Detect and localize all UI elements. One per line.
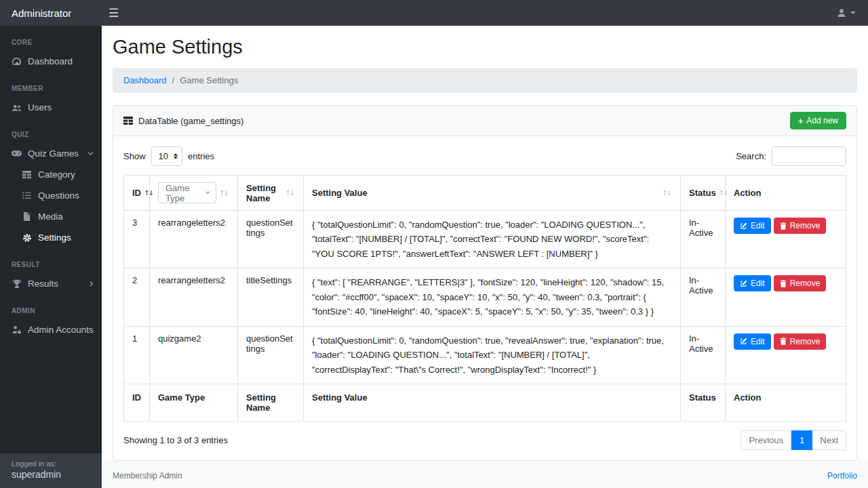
footer-header-action: Action bbox=[726, 384, 846, 421]
entries-summary: Showing 1 to 3 of 3 entries bbox=[123, 435, 228, 445]
previous-page-button[interactable]: Previous bbox=[741, 430, 791, 450]
page-footer: Membership Admin Portfolio bbox=[102, 461, 868, 488]
users-icon bbox=[12, 103, 22, 113]
sort-icon: ↑↓ bbox=[144, 189, 154, 197]
logged-in-as-label: Logged in as: bbox=[12, 460, 90, 468]
select-updown-icon bbox=[174, 153, 178, 159]
sidebar-item-users[interactable]: Users bbox=[0, 97, 102, 118]
app-brand: Administrator bbox=[0, 7, 102, 19]
sidebar-item-label: Media bbox=[38, 211, 63, 222]
sidebar-item-results[interactable]: Results bbox=[0, 273, 102, 294]
table-grid-icon bbox=[123, 117, 133, 125]
pencil-square-icon bbox=[740, 222, 747, 230]
plus-icon: + bbox=[798, 117, 804, 125]
cell-action: Edit Remove bbox=[726, 211, 846, 268]
sidebar-item-questions[interactable]: Questions bbox=[0, 185, 102, 206]
footer-header-id: ID bbox=[124, 384, 150, 421]
column-header-setting-name[interactable]: Setting Name↑↓ bbox=[238, 176, 304, 211]
cell-id: 3 bbox=[124, 211, 150, 268]
search-label: Search: bbox=[736, 151, 766, 161]
pencil-square-icon bbox=[740, 280, 747, 287]
chevron-down-icon bbox=[205, 191, 210, 195]
show-label: Show bbox=[123, 151, 146, 161]
user-icon bbox=[836, 7, 847, 18]
card-title: DataTable (game_settings) bbox=[138, 116, 243, 126]
main-area: Game Settings Dashboard / Game Settings … bbox=[102, 26, 868, 488]
column-header-setting-value[interactable]: Setting Value↑↓ bbox=[304, 176, 681, 211]
sidebar: CORE Dashboard MEMBER Users QUIZ Quiz Ga… bbox=[0, 26, 102, 488]
cell-setting-value: { "totalQuestionLimit": 0, "randomQuesti… bbox=[304, 326, 681, 384]
sidebar-item-label: Settings bbox=[38, 232, 71, 243]
cell-game-type: rearrangeletters2 bbox=[150, 211, 238, 268]
portfolio-link[interactable]: Portfolio bbox=[827, 471, 857, 481]
cell-setting-value: { "text": [ "REARRANGE", "LETTERS|3" ], … bbox=[304, 268, 681, 326]
quiz-games-submenu: Category Questions Media Settings bbox=[0, 164, 102, 248]
sidebar-item-dashboard[interactable]: Dashboard bbox=[0, 51, 102, 72]
footer-header-setting-name: Setting Name bbox=[238, 384, 304, 421]
cell-action: Edit Remove bbox=[726, 268, 846, 326]
cell-setting-name: questionSettings bbox=[238, 211, 304, 268]
page-1-button[interactable]: 1 bbox=[791, 430, 812, 450]
edit-button[interactable]: Edit bbox=[734, 218, 771, 234]
game-type-filter-select[interactable]: Game Type bbox=[158, 182, 216, 203]
edit-button[interactable]: Edit bbox=[734, 333, 771, 350]
remove-button[interactable]: Remove bbox=[774, 218, 827, 234]
page-size-control: Show 10 entries bbox=[123, 146, 214, 166]
sidebar-toggle-icon[interactable]: ☰ bbox=[102, 0, 125, 26]
sidebar-item-label: Category bbox=[38, 169, 75, 180]
cell-action: Edit Remove bbox=[726, 326, 846, 384]
logged-in-username: superadmin bbox=[12, 469, 90, 480]
cell-setting-name: questionSettings bbox=[238, 326, 304, 384]
cell-status: In-Active bbox=[681, 326, 726, 384]
user-lock-icon bbox=[12, 325, 22, 334]
cell-id: 2 bbox=[124, 268, 150, 326]
breadcrumb-link-dashboard[interactable]: Dashboard bbox=[123, 75, 167, 85]
pencil-square-icon bbox=[740, 338, 747, 345]
datatable-card: DataTable (game_settings) + Add new Show… bbox=[113, 105, 857, 461]
sidebar-heading-quiz: QUIZ bbox=[0, 118, 102, 143]
entries-label: entries bbox=[188, 151, 214, 161]
sidebar-item-settings[interactable]: Settings bbox=[0, 227, 102, 248]
sidebar-item-media[interactable]: Media bbox=[0, 206, 102, 227]
list-icon bbox=[22, 192, 32, 199]
sidebar-item-category[interactable]: Category bbox=[0, 164, 102, 185]
table-row: 2 rearrangeletters2 titleSettings { "tex… bbox=[124, 268, 846, 326]
search-control: Search: bbox=[736, 146, 846, 166]
pagination: Previous 1 Next bbox=[741, 430, 846, 450]
table-controls: Show 10 entries Search: bbox=[123, 146, 846, 166]
trash-icon bbox=[780, 222, 787, 230]
sidebar-item-quiz-games[interactable]: Quiz Games bbox=[0, 143, 102, 164]
edit-button[interactable]: Edit bbox=[734, 275, 771, 291]
footer-header-setting-value: Setting Value bbox=[304, 384, 681, 421]
column-header-status[interactable]: Status↑↓ bbox=[681, 176, 726, 211]
remove-button[interactable]: Remove bbox=[774, 275, 827, 291]
file-icon bbox=[22, 212, 32, 221]
cell-game-type: quizgame2 bbox=[150, 326, 238, 384]
search-input[interactable] bbox=[772, 146, 846, 166]
breadcrumb-current: Game Settings bbox=[180, 75, 238, 85]
sidebar-footer: Logged in as: superadmin bbox=[0, 453, 102, 488]
trash-icon bbox=[780, 280, 787, 287]
next-page-button[interactable]: Next bbox=[812, 430, 846, 450]
trash-icon bbox=[780, 338, 787, 345]
column-header-id[interactable]: ID↑↓ bbox=[124, 176, 150, 211]
tachometer-icon bbox=[12, 57, 22, 66]
table-bottom-bar: Showing 1 to 3 of 3 entries Previous 1 N… bbox=[123, 430, 846, 450]
sidebar-heading-member: MEMBER bbox=[0, 72, 102, 97]
add-new-button[interactable]: + Add new bbox=[790, 112, 846, 129]
user-menu[interactable] bbox=[836, 7, 868, 18]
page-size-value: 10 bbox=[159, 151, 168, 161]
cell-status: In-Active bbox=[681, 211, 726, 268]
trophy-icon bbox=[12, 279, 22, 288]
page-size-select[interactable]: 10 bbox=[151, 146, 182, 166]
cell-game-type: rearrangeletters2 bbox=[150, 268, 238, 326]
page-content: Game Settings Dashboard / Game Settings … bbox=[102, 26, 868, 461]
top-navbar: Administrator ☰ bbox=[0, 0, 868, 26]
table-footer-row: ID Game Type Setting Name Setting Value … bbox=[124, 384, 846, 421]
cell-setting-value: { "totalQuestionLimit": 0, "randomQuesti… bbox=[304, 211, 681, 268]
column-header-game-type[interactable]: Game Type↑↓ bbox=[150, 176, 238, 211]
footer-header-status: Status bbox=[681, 384, 726, 421]
remove-button[interactable]: Remove bbox=[774, 333, 827, 350]
sidebar-item-admin-accounts[interactable]: Admin Accounts bbox=[0, 319, 102, 340]
footer-header-game-type: Game Type bbox=[150, 384, 238, 421]
